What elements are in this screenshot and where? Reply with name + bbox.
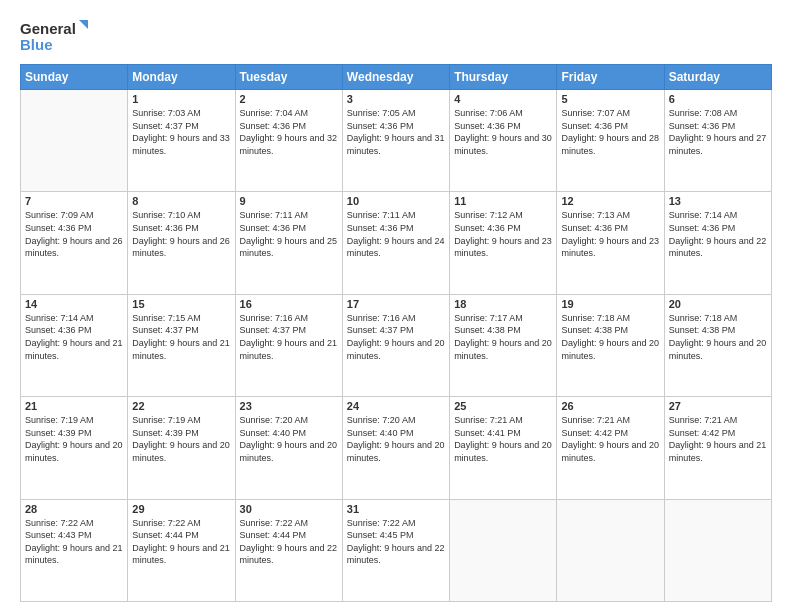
day-info: Sunrise: 7:10 AMSunset: 4:36 PMDaylight:… [132, 209, 230, 259]
page: GeneralBlue SundayMondayTuesdayWednesday… [0, 0, 792, 612]
day-info: Sunrise: 7:03 AMSunset: 4:37 PMDaylight:… [132, 107, 230, 157]
calendar-cell: 27Sunrise: 7:21 AMSunset: 4:42 PMDayligh… [664, 397, 771, 499]
day-number: 29 [132, 503, 230, 515]
day-number: 30 [240, 503, 338, 515]
day-info: Sunrise: 7:20 AMSunset: 4:40 PMDaylight:… [347, 414, 445, 464]
day-info: Sunrise: 7:04 AMSunset: 4:36 PMDaylight:… [240, 107, 338, 157]
day-number: 18 [454, 298, 552, 310]
weekday-header: Thursday [450, 65, 557, 90]
svg-text:General: General [20, 20, 76, 37]
calendar-cell: 12Sunrise: 7:13 AMSunset: 4:36 PMDayligh… [557, 192, 664, 294]
day-info: Sunrise: 7:16 AMSunset: 4:37 PMDaylight:… [347, 312, 445, 362]
calendar-cell: 28Sunrise: 7:22 AMSunset: 4:43 PMDayligh… [21, 499, 128, 601]
calendar-cell: 13Sunrise: 7:14 AMSunset: 4:36 PMDayligh… [664, 192, 771, 294]
calendar-week-row: 21Sunrise: 7:19 AMSunset: 4:39 PMDayligh… [21, 397, 772, 499]
calendar-cell: 19Sunrise: 7:18 AMSunset: 4:38 PMDayligh… [557, 294, 664, 396]
day-number: 17 [347, 298, 445, 310]
calendar-cell: 15Sunrise: 7:15 AMSunset: 4:37 PMDayligh… [128, 294, 235, 396]
day-info: Sunrise: 7:06 AMSunset: 4:36 PMDaylight:… [454, 107, 552, 157]
day-info: Sunrise: 7:11 AMSunset: 4:36 PMDaylight:… [240, 209, 338, 259]
calendar-cell: 11Sunrise: 7:12 AMSunset: 4:36 PMDayligh… [450, 192, 557, 294]
day-number: 3 [347, 93, 445, 105]
calendar-cell: 2Sunrise: 7:04 AMSunset: 4:36 PMDaylight… [235, 90, 342, 192]
day-info: Sunrise: 7:14 AMSunset: 4:36 PMDaylight:… [25, 312, 123, 362]
weekday-header-row: SundayMondayTuesdayWednesdayThursdayFrid… [21, 65, 772, 90]
day-info: Sunrise: 7:19 AMSunset: 4:39 PMDaylight:… [25, 414, 123, 464]
day-number: 11 [454, 195, 552, 207]
day-number: 16 [240, 298, 338, 310]
day-info: Sunrise: 7:16 AMSunset: 4:37 PMDaylight:… [240, 312, 338, 362]
weekday-header: Friday [557, 65, 664, 90]
day-info: Sunrise: 7:09 AMSunset: 4:36 PMDaylight:… [25, 209, 123, 259]
day-info: Sunrise: 7:22 AMSunset: 4:45 PMDaylight:… [347, 517, 445, 567]
day-info: Sunrise: 7:20 AMSunset: 4:40 PMDaylight:… [240, 414, 338, 464]
day-number: 6 [669, 93, 767, 105]
day-number: 26 [561, 400, 659, 412]
day-info: Sunrise: 7:05 AMSunset: 4:36 PMDaylight:… [347, 107, 445, 157]
calendar-cell: 14Sunrise: 7:14 AMSunset: 4:36 PMDayligh… [21, 294, 128, 396]
calendar-cell: 26Sunrise: 7:21 AMSunset: 4:42 PMDayligh… [557, 397, 664, 499]
day-number: 23 [240, 400, 338, 412]
day-number: 24 [347, 400, 445, 412]
day-info: Sunrise: 7:21 AMSunset: 4:42 PMDaylight:… [561, 414, 659, 464]
day-number: 4 [454, 93, 552, 105]
day-number: 2 [240, 93, 338, 105]
day-number: 1 [132, 93, 230, 105]
day-number: 28 [25, 503, 123, 515]
day-number: 13 [669, 195, 767, 207]
day-info: Sunrise: 7:22 AMSunset: 4:44 PMDaylight:… [240, 517, 338, 567]
logo-svg: GeneralBlue [20, 18, 90, 54]
day-info: Sunrise: 7:12 AMSunset: 4:36 PMDaylight:… [454, 209, 552, 259]
day-number: 21 [25, 400, 123, 412]
svg-marker-1 [79, 20, 88, 29]
day-number: 5 [561, 93, 659, 105]
calendar-cell: 30Sunrise: 7:22 AMSunset: 4:44 PMDayligh… [235, 499, 342, 601]
calendar-cell: 8Sunrise: 7:10 AMSunset: 4:36 PMDaylight… [128, 192, 235, 294]
day-info: Sunrise: 7:13 AMSunset: 4:36 PMDaylight:… [561, 209, 659, 259]
day-number: 19 [561, 298, 659, 310]
day-number: 8 [132, 195, 230, 207]
calendar-cell: 10Sunrise: 7:11 AMSunset: 4:36 PMDayligh… [342, 192, 449, 294]
day-number: 20 [669, 298, 767, 310]
calendar-cell: 3Sunrise: 7:05 AMSunset: 4:36 PMDaylight… [342, 90, 449, 192]
calendar-week-row: 14Sunrise: 7:14 AMSunset: 4:36 PMDayligh… [21, 294, 772, 396]
calendar-cell: 21Sunrise: 7:19 AMSunset: 4:39 PMDayligh… [21, 397, 128, 499]
calendar-cell: 6Sunrise: 7:08 AMSunset: 4:36 PMDaylight… [664, 90, 771, 192]
calendar-cell: 29Sunrise: 7:22 AMSunset: 4:44 PMDayligh… [128, 499, 235, 601]
calendar-cell: 25Sunrise: 7:21 AMSunset: 4:41 PMDayligh… [450, 397, 557, 499]
day-info: Sunrise: 7:22 AMSunset: 4:44 PMDaylight:… [132, 517, 230, 567]
svg-text:Blue: Blue [20, 36, 53, 53]
calendar-cell: 24Sunrise: 7:20 AMSunset: 4:40 PMDayligh… [342, 397, 449, 499]
day-info: Sunrise: 7:14 AMSunset: 4:36 PMDaylight:… [669, 209, 767, 259]
calendar-cell: 16Sunrise: 7:16 AMSunset: 4:37 PMDayligh… [235, 294, 342, 396]
day-info: Sunrise: 7:08 AMSunset: 4:36 PMDaylight:… [669, 107, 767, 157]
calendar-week-row: 1Sunrise: 7:03 AMSunset: 4:37 PMDaylight… [21, 90, 772, 192]
day-info: Sunrise: 7:21 AMSunset: 4:41 PMDaylight:… [454, 414, 552, 464]
weekday-header: Tuesday [235, 65, 342, 90]
day-number: 12 [561, 195, 659, 207]
logo: GeneralBlue [20, 18, 90, 54]
calendar-cell [664, 499, 771, 601]
calendar-cell: 18Sunrise: 7:17 AMSunset: 4:38 PMDayligh… [450, 294, 557, 396]
day-info: Sunrise: 7:15 AMSunset: 4:37 PMDaylight:… [132, 312, 230, 362]
calendar-cell: 9Sunrise: 7:11 AMSunset: 4:36 PMDaylight… [235, 192, 342, 294]
weekday-header: Wednesday [342, 65, 449, 90]
calendar-cell [21, 90, 128, 192]
day-info: Sunrise: 7:19 AMSunset: 4:39 PMDaylight:… [132, 414, 230, 464]
calendar-cell: 20Sunrise: 7:18 AMSunset: 4:38 PMDayligh… [664, 294, 771, 396]
day-number: 7 [25, 195, 123, 207]
day-number: 27 [669, 400, 767, 412]
day-number: 22 [132, 400, 230, 412]
weekday-header: Saturday [664, 65, 771, 90]
day-number: 25 [454, 400, 552, 412]
calendar-cell: 5Sunrise: 7:07 AMSunset: 4:36 PMDaylight… [557, 90, 664, 192]
calendar-cell: 1Sunrise: 7:03 AMSunset: 4:37 PMDaylight… [128, 90, 235, 192]
calendar-cell [450, 499, 557, 601]
weekday-header: Monday [128, 65, 235, 90]
calendar-cell: 4Sunrise: 7:06 AMSunset: 4:36 PMDaylight… [450, 90, 557, 192]
day-number: 10 [347, 195, 445, 207]
day-number: 15 [132, 298, 230, 310]
day-info: Sunrise: 7:17 AMSunset: 4:38 PMDaylight:… [454, 312, 552, 362]
calendar-cell: 17Sunrise: 7:16 AMSunset: 4:37 PMDayligh… [342, 294, 449, 396]
day-number: 14 [25, 298, 123, 310]
